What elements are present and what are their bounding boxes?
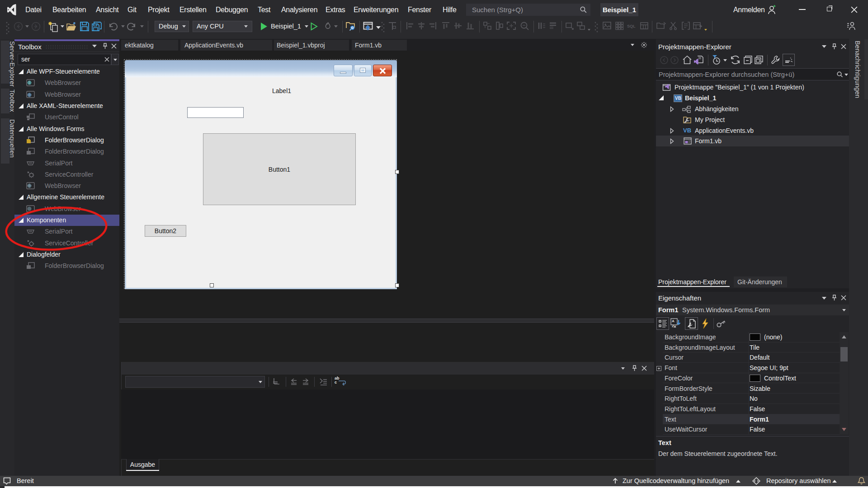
svg-text:A: A — [672, 319, 675, 323]
svg-text:Z: Z — [672, 324, 674, 328]
